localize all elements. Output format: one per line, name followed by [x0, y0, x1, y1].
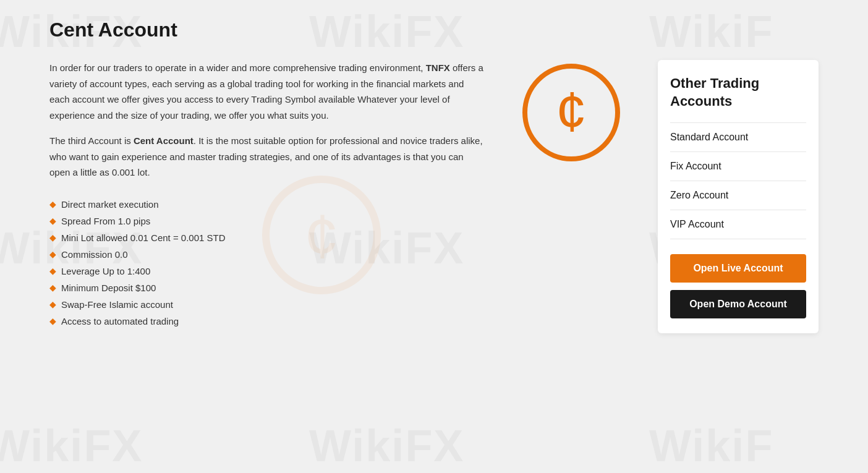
feature-item: ◆Access to automated trading: [49, 316, 633, 326]
account-link-item[interactable]: VIP Account: [670, 210, 806, 239]
feature-item: ◆Leverage Up to 1:400: [49, 266, 633, 276]
diamond-bullet: ◆: [49, 283, 56, 292]
feature-text: Commission 0.0: [61, 249, 128, 260]
account-links: Standard AccountFix AccountZero AccountV…: [670, 122, 806, 239]
page-title: Cent Account: [49, 19, 819, 41]
account-link[interactable]: Fix Account: [670, 161, 806, 172]
account-link-item[interactable]: Zero Account: [670, 181, 806, 210]
feature-text: Direct market execution: [61, 199, 159, 210]
feature-text: Spread From 1.0 pips: [61, 216, 150, 226]
diamond-bullet: ◆: [49, 216, 56, 226]
feature-text: Minimum Deposit $100: [61, 283, 156, 293]
intro-section: In order for our traders to operate in a…: [49, 60, 633, 181]
diamond-bullet: ◆: [49, 199, 56, 209]
feature-item: ◆Spread From 1.0 pips: [49, 216, 633, 226]
main-content: In order for our traders to operate in a…: [49, 60, 633, 333]
brand-name: TNFX: [426, 62, 450, 73]
sidebar-card: Other Trading Accounts Standard AccountF…: [658, 60, 819, 333]
account-link[interactable]: Zero Account: [670, 190, 806, 201]
watermark-9: WikiF: [649, 420, 773, 471]
account-link[interactable]: VIP Account: [670, 219, 806, 230]
content-layout: In order for our traders to operate in a…: [49, 60, 819, 333]
open-demo-account-button[interactable]: Open Demo Account: [670, 290, 806, 318]
feature-item: ◆Commission 0.0: [49, 249, 633, 260]
account-link[interactable]: Standard Account: [670, 132, 806, 143]
svg-text:¢: ¢: [556, 81, 587, 143]
account-link-item[interactable]: Fix Account: [670, 152, 806, 181]
features-list: ◆Direct market execution◆Spread From 1.0…: [49, 199, 633, 326]
cent-account-bold: Cent Account: [134, 135, 194, 146]
sidebar: Other Trading Accounts Standard AccountF…: [658, 60, 819, 333]
diamond-bullet: ◆: [49, 232, 56, 242]
feature-item: ◆Direct market execution: [49, 199, 633, 210]
cent-icon-container: ¢: [509, 60, 633, 165]
page-container: Cent Account In order for our traders to…: [0, 0, 868, 352]
feature-item: ◆Minimum Deposit $100: [49, 283, 633, 293]
intro-p2-prefix: The third Account is: [49, 135, 134, 146]
intro-p1-prefix: In order for our traders to operate in a…: [49, 62, 426, 73]
diamond-bullet: ◆: [49, 316, 56, 326]
feature-text: Access to automated trading: [61, 316, 179, 326]
feature-text: Mini Lot allowed 0.01 Cent = 0.001 STD: [61, 232, 226, 243]
feature-text: Leverage Up to 1:400: [61, 266, 150, 276]
diamond-bullet: ◆: [49, 299, 56, 309]
watermark-8: WikiFX: [309, 420, 464, 471]
diamond-bullet: ◆: [49, 249, 56, 259]
cent-account-icon: ¢: [519, 60, 624, 165]
watermark-7: WikiFX: [0, 420, 143, 471]
sidebar-title: Other Trading Accounts: [670, 75, 806, 110]
feature-item: ◆Mini Lot allowed 0.01 Cent = 0.001 STD: [49, 232, 633, 243]
feature-item: ◆Swap-Free Islamic account: [49, 299, 633, 310]
account-link-item[interactable]: Standard Account: [670, 122, 806, 152]
feature-text: Swap-Free Islamic account: [61, 299, 173, 310]
open-live-account-button[interactable]: Open Live Account: [670, 254, 806, 283]
diamond-bullet: ◆: [49, 266, 56, 276]
intro-text: In order for our traders to operate in a…: [49, 60, 485, 181]
